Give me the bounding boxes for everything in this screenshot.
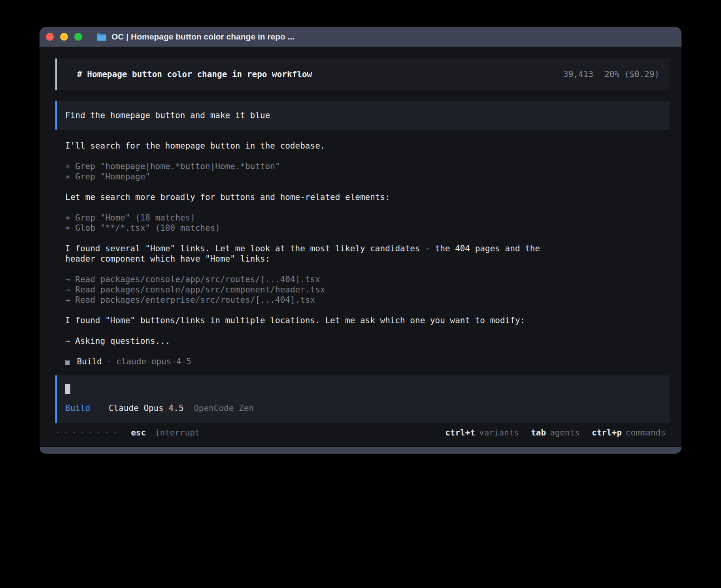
status-bar: ········ esc interrupt ctrl+t variants t… [55, 428, 666, 438]
shortcut-key: ctrl+p [592, 428, 622, 438]
zoom-button[interactable] [74, 33, 82, 41]
shortcut-agents: tab agents [531, 428, 580, 438]
tool-call-grep: ∗ Grep "Home" (18 matches) [65, 213, 666, 223]
minimize-button[interactable] [60, 33, 68, 41]
shortcut-key: ctrl+t [445, 428, 475, 438]
shortcut-label: variants [479, 428, 519, 438]
assistant-status-message: ~ Asking questions... [65, 336, 555, 346]
folder-icon [96, 33, 107, 41]
token-count: 39,413 [563, 69, 593, 79]
status-separator: · [107, 356, 112, 367]
interrupt-hint: esc interrupt [131, 428, 200, 438]
shortcut-commands: ctrl+p commands [592, 428, 666, 438]
spinner-dots: ········ [55, 428, 121, 438]
close-button[interactable] [46, 33, 54, 41]
input-mode-line: Build Claude Opus 4.5 OpenCode Zen [65, 403, 660, 413]
tool-call-read: → Read packages/enterprise/src/routes/[.… [65, 295, 666, 305]
user-message: Find the homepage button and make it blu… [55, 101, 670, 130]
tool-call-group: ∗ Grep "homepage|home.*button|Home.*butt… [65, 161, 666, 182]
traffic-lights [46, 33, 82, 41]
tool-call-group: ∗ Grep "Home" (18 matches) ∗ Glob "**/*.… [65, 213, 666, 233]
shortcut-label: commands [626, 428, 666, 438]
agent-model: claude-opus-4-5 [116, 356, 191, 367]
shortcut-label: agents [550, 428, 580, 438]
status-bar-right: ctrl+t variants tab agents ctrl+p comman… [445, 428, 666, 438]
tool-call-group: → Read packages/console/app/src/routes/[… [65, 274, 666, 305]
assistant-message: I found several "Home" links. Let me loo… [65, 243, 555, 264]
window-title: OC | Homepage button color change in rep… [111, 32, 294, 41]
window-titlebar[interactable]: OC | Homepage button color change in rep… [40, 27, 681, 47]
session-stats: 39,413 20% ($0.29) [563, 69, 659, 79]
user-message-text: Find the homepage button and make it blu… [65, 110, 270, 121]
provider-name: OpenCode Zen [194, 403, 254, 413]
assistant-message: I'll search for the homepage button in t… [65, 141, 555, 151]
agent-status-icon: ▣ [65, 356, 70, 367]
session-title: # Homepage button color change in repo w… [77, 69, 312, 79]
agent-name: Build [77, 356, 102, 367]
tool-call-read: → Read packages/console/app/src/componen… [65, 285, 666, 295]
tool-call-grep: ∗ Grep "homepage|home.*button|Home.*butt… [65, 161, 666, 172]
session-header: # Homepage button color change in repo w… [55, 58, 670, 90]
window-bottom-edge [40, 447, 681, 454]
text-cursor [65, 384, 70, 394]
interrupt-label: interrupt [155, 428, 200, 437]
tool-call-glob: ∗ Glob "**/*.tsx" (100 matches) [65, 223, 666, 233]
terminal-content: # Homepage button color change in repo w… [40, 47, 681, 447]
conversation: I'll search for the homepage button in t… [40, 141, 681, 367]
interrupt-key: esc [131, 428, 146, 437]
terminal-window: OC | Homepage button color change in rep… [40, 27, 681, 454]
mode-badge: Build [65, 403, 90, 413]
shortcut-key: tab [531, 428, 546, 438]
tool-call-grep: ∗ Grep "Homepage" [65, 172, 666, 182]
assistant-message: Let me search more broadly for buttons a… [65, 192, 555, 202]
prompt-input[interactable]: Build Claude Opus 4.5 OpenCode Zen [55, 375, 670, 423]
model-name: Claude Opus 4.5 [109, 403, 184, 413]
status-bar-left: ········ esc interrupt [55, 428, 200, 438]
shortcut-variants: ctrl+t variants [445, 428, 519, 438]
agent-status-line: ▣ Build · claude-opus-4-5 [65, 356, 666, 367]
context-cost: 20% ($0.29) [604, 69, 659, 79]
tool-call-read: → Read packages/console/app/src/routes/[… [65, 274, 666, 285]
assistant-message: I found "Home" buttons/links in multiple… [65, 315, 555, 326]
